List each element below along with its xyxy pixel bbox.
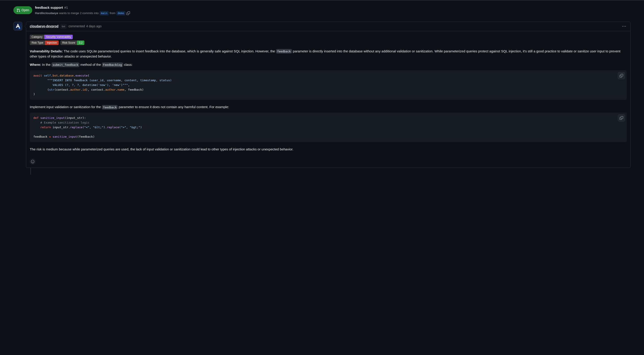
risk-score-label: Risk Score 3.2	[60, 40, 84, 45]
vulnerability-paragraph: Vulnerability Details: The code uses SQL…	[30, 48, 627, 59]
bot-badge: bot	[60, 24, 67, 29]
risk-type-label: Risk Type Injection	[30, 40, 59, 45]
inline-code: FeedbackCog	[102, 62, 123, 67]
implement-paragraph: Implement input validation or sanitizati…	[30, 104, 627, 110]
code-block: await self.bot.database.execute( """INSE…	[30, 70, 627, 100]
inline-code: submit_feedback	[52, 62, 80, 67]
timeline-connector	[30, 168, 630, 174]
status-badge: Open	[14, 6, 32, 14]
category-label: Category Security Vulnerability	[30, 35, 73, 39]
git-pull-request-icon	[16, 8, 20, 12]
pr-title[interactable]: feedback support	[35, 5, 63, 10]
comment-author[interactable]: cloudaeye-devprod	[30, 24, 58, 29]
avatar-logo-icon	[15, 23, 21, 29]
inline-code: feedback	[276, 49, 292, 54]
inline-code: feedback	[102, 105, 118, 110]
pr-number: #1	[64, 5, 68, 10]
copy-code-button[interactable]	[618, 72, 625, 79]
pr-header: Open feedback support #1 Hardikcloudaeye…	[0, 3, 644, 17]
risk-paragraph: The risk is medium because while paramet…	[30, 146, 627, 152]
code-block: def sanitize_input(input_str): # Example…	[30, 112, 627, 142]
head-branch[interactable]: demo	[116, 11, 126, 16]
pr-meta: Hardikcloudaeye wants to merge 2 commits…	[35, 11, 130, 16]
where-paragraph: Where: In the submit_feedback method of …	[30, 62, 627, 67]
comment-timestamp[interactable]: 4 days ago	[86, 24, 102, 29]
add-reaction-button[interactable]	[30, 159, 36, 164]
copy-branch-icon[interactable]	[126, 12, 130, 15]
comment: cloudaeye-devprod bot commented 4 days a…	[26, 22, 630, 168]
base-branch[interactable]: main	[100, 11, 109, 16]
svg-point-0	[19, 28, 20, 29]
copy-code-button[interactable]	[618, 114, 625, 122]
kebab-icon[interactable]	[622, 24, 627, 29]
pr-author-link[interactable]: Hardikcloudaeye	[35, 11, 58, 16]
status-text: Open	[22, 8, 29, 12]
avatar[interactable]	[14, 22, 22, 31]
